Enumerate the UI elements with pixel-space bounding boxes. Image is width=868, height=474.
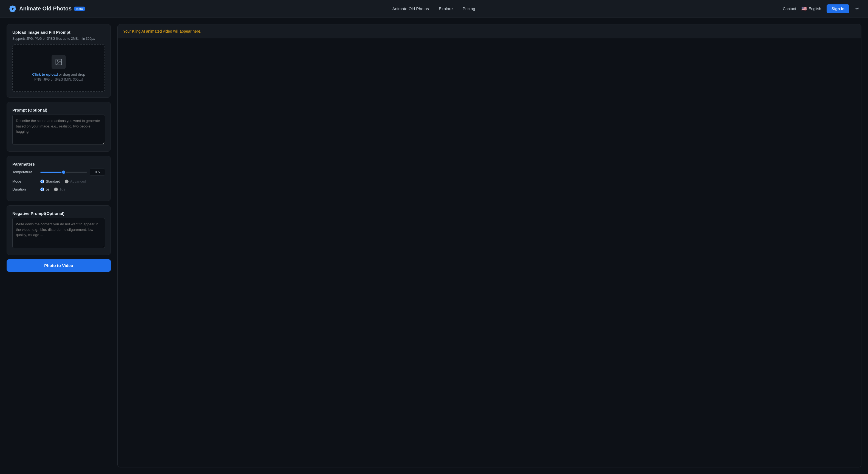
video-placeholder-text: Your Kling AI animated video will appear…	[123, 29, 201, 33]
main-content: Upload Image and Fill Prompt Supports JP…	[0, 18, 868, 474]
flag-icon: 🇺🇸	[801, 6, 807, 11]
nav-animate-old-photos[interactable]: Animate Old Photos	[393, 6, 429, 11]
svg-point-5	[57, 60, 58, 61]
left-panel: Upload Image and Fill Prompt Supports JP…	[7, 24, 111, 467]
prompt-textarea[interactable]	[12, 115, 105, 145]
mode-standard-radio[interactable]	[40, 180, 44, 183]
upload-dropzone[interactable]: Click to upload or drag and drop PNG, JP…	[12, 44, 105, 92]
prompt-card: Prompt (Optional)	[7, 102, 111, 152]
temperature-row: Temperature 0.5	[12, 168, 105, 176]
right-panel: Your Kling AI animated video will appear…	[117, 24, 861, 467]
parameters-card: Parameters Temperature 0.5 Mode Standard	[7, 156, 111, 201]
header-right: Contact 🇺🇸 English Sign In ☀	[783, 4, 859, 13]
upload-subtitle: Supports JPG, PNG or JPEG files up to 2M…	[12, 37, 105, 40]
duration-10s-option[interactable]: 10s	[54, 187, 65, 191]
sign-in-button[interactable]: Sign In	[827, 4, 849, 13]
temperature-slider-wrap: 0.5	[40, 168, 105, 176]
mode-standard-option[interactable]: Standard	[40, 179, 60, 183]
duration-10s-label: 10s	[60, 187, 65, 191]
video-display-area	[118, 38, 861, 467]
parameters-title: Parameters	[12, 162, 105, 166]
temperature-label: Temperature	[12, 170, 37, 174]
nav-pricing[interactable]: Pricing	[463, 6, 475, 11]
svg-point-0	[10, 6, 11, 7]
negative-prompt-title: Negative Prompt(Optional)	[12, 211, 105, 216]
duration-radio-group: 5s 10s	[40, 187, 65, 191]
beta-badge: Beta	[74, 7, 85, 11]
duration-label: Duration	[12, 187, 37, 191]
duration-5s-radio[interactable]	[40, 188, 44, 191]
image-upload-icon	[55, 58, 63, 66]
upload-icon-wrap	[52, 55, 66, 69]
video-placeholder-header: Your Kling AI animated video will appear…	[118, 24, 861, 38]
upload-hint: PNG, JPG or JPEG (MIN. 300px)	[34, 77, 83, 82]
prompt-title: Prompt (Optional)	[12, 108, 105, 113]
upload-cta-text: Click to upload or drag and drop	[32, 72, 85, 76]
upload-click-text: Click to upload	[32, 72, 58, 76]
duration-5s-label: 5s	[46, 187, 50, 191]
mode-advanced-label: Advanced	[70, 179, 86, 183]
mode-standard-label: Standard	[46, 179, 60, 183]
header: Animate Old Photos Beta Animate Old Phot…	[0, 0, 868, 18]
main-nav: Animate Old Photos Explore Pricing	[393, 6, 475, 11]
upload-title: Upload Image and Fill Prompt	[12, 30, 105, 35]
language-selector[interactable]: 🇺🇸 English	[801, 6, 821, 11]
upload-or-text: or drag and drop	[58, 72, 85, 76]
submit-button[interactable]: Photo to Video	[7, 259, 111, 272]
theme-toggle-icon[interactable]: ☀	[855, 6, 859, 12]
mode-advanced-option[interactable]: Advanced	[65, 179, 86, 183]
temperature-slider[interactable]	[40, 171, 87, 173]
logo-icon	[9, 5, 17, 12]
negative-prompt-textarea[interactable]	[12, 218, 105, 248]
mode-label: Mode	[12, 179, 37, 183]
negative-prompt-card: Negative Prompt(Optional)	[7, 206, 111, 255]
upload-card: Upload Image and Fill Prompt Supports JP…	[7, 24, 111, 98]
mode-radio-group: Standard Advanced	[40, 179, 86, 183]
nav-explore[interactable]: Explore	[439, 6, 453, 11]
mode-advanced-radio[interactable]	[65, 180, 68, 183]
duration-row: Duration 5s 10s	[12, 187, 105, 191]
temperature-value: 0.5	[90, 168, 105, 176]
mode-row: Mode Standard Advanced	[12, 179, 105, 183]
logo-text: Animate Old Photos	[19, 5, 71, 12]
svg-point-1	[14, 6, 16, 7]
contact-link[interactable]: Contact	[783, 7, 796, 11]
logo-area: Animate Old Photos Beta	[9, 5, 85, 12]
duration-5s-option[interactable]: 5s	[40, 187, 50, 191]
duration-10s-radio[interactable]	[54, 188, 58, 191]
svg-point-2	[10, 10, 11, 11]
language-label: English	[808, 7, 821, 11]
svg-point-3	[14, 10, 16, 11]
